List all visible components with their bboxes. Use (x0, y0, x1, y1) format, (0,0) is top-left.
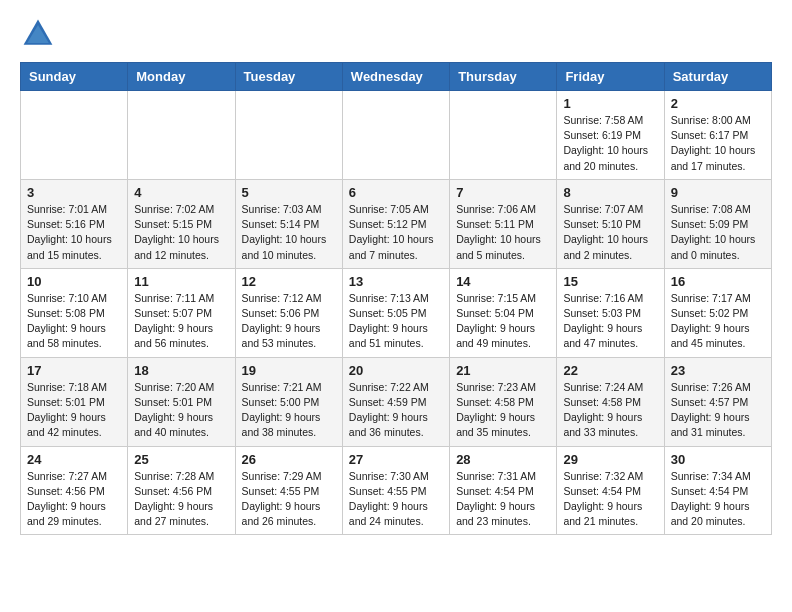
day-info: Sunrise: 7:11 AM Sunset: 5:07 PM Dayligh… (134, 291, 228, 352)
day-number: 27 (349, 452, 443, 467)
calendar-cell: 16Sunrise: 7:17 AM Sunset: 5:02 PM Dayli… (664, 268, 771, 357)
day-number: 28 (456, 452, 550, 467)
calendar-cell: 21Sunrise: 7:23 AM Sunset: 4:58 PM Dayli… (450, 357, 557, 446)
logo (20, 16, 60, 52)
day-number: 20 (349, 363, 443, 378)
calendar-cell: 12Sunrise: 7:12 AM Sunset: 5:06 PM Dayli… (235, 268, 342, 357)
day-number: 8 (563, 185, 657, 200)
day-number: 5 (242, 185, 336, 200)
day-info: Sunrise: 7:10 AM Sunset: 5:08 PM Dayligh… (27, 291, 121, 352)
day-info: Sunrise: 7:08 AM Sunset: 5:09 PM Dayligh… (671, 202, 765, 263)
calendar-cell (342, 91, 449, 180)
day-info: Sunrise: 7:03 AM Sunset: 5:14 PM Dayligh… (242, 202, 336, 263)
weekday-header-thursday: Thursday (450, 63, 557, 91)
header (20, 16, 772, 52)
day-info: Sunrise: 7:31 AM Sunset: 4:54 PM Dayligh… (456, 469, 550, 530)
calendar-cell: 23Sunrise: 7:26 AM Sunset: 4:57 PM Dayli… (664, 357, 771, 446)
calendar-cell: 25Sunrise: 7:28 AM Sunset: 4:56 PM Dayli… (128, 446, 235, 535)
day-info: Sunrise: 7:28 AM Sunset: 4:56 PM Dayligh… (134, 469, 228, 530)
day-info: Sunrise: 7:32 AM Sunset: 4:54 PM Dayligh… (563, 469, 657, 530)
day-info: Sunrise: 7:24 AM Sunset: 4:58 PM Dayligh… (563, 380, 657, 441)
calendar-cell (21, 91, 128, 180)
day-number: 13 (349, 274, 443, 289)
day-number: 10 (27, 274, 121, 289)
calendar-cell: 15Sunrise: 7:16 AM Sunset: 5:03 PM Dayli… (557, 268, 664, 357)
weekday-header-monday: Monday (128, 63, 235, 91)
day-number: 2 (671, 96, 765, 111)
calendar-week-1: 3Sunrise: 7:01 AM Sunset: 5:16 PM Daylig… (21, 179, 772, 268)
day-number: 12 (242, 274, 336, 289)
day-info: Sunrise: 7:18 AM Sunset: 5:01 PM Dayligh… (27, 380, 121, 441)
day-info: Sunrise: 7:06 AM Sunset: 5:11 PM Dayligh… (456, 202, 550, 263)
calendar-cell: 13Sunrise: 7:13 AM Sunset: 5:05 PM Dayli… (342, 268, 449, 357)
day-number: 24 (27, 452, 121, 467)
calendar-week-3: 17Sunrise: 7:18 AM Sunset: 5:01 PM Dayli… (21, 357, 772, 446)
day-number: 19 (242, 363, 336, 378)
calendar-cell: 28Sunrise: 7:31 AM Sunset: 4:54 PM Dayli… (450, 446, 557, 535)
weekday-header-tuesday: Tuesday (235, 63, 342, 91)
day-info: Sunrise: 8:00 AM Sunset: 6:17 PM Dayligh… (671, 113, 765, 174)
day-number: 6 (349, 185, 443, 200)
calendar-table: SundayMondayTuesdayWednesdayThursdayFrid… (20, 62, 772, 535)
page: SundayMondayTuesdayWednesdayThursdayFrid… (0, 0, 792, 551)
calendar-cell (235, 91, 342, 180)
calendar-cell: 26Sunrise: 7:29 AM Sunset: 4:55 PM Dayli… (235, 446, 342, 535)
day-info: Sunrise: 7:21 AM Sunset: 5:00 PM Dayligh… (242, 380, 336, 441)
calendar-cell: 18Sunrise: 7:20 AM Sunset: 5:01 PM Dayli… (128, 357, 235, 446)
weekday-header-wednesday: Wednesday (342, 63, 449, 91)
day-number: 11 (134, 274, 228, 289)
day-info: Sunrise: 7:22 AM Sunset: 4:59 PM Dayligh… (349, 380, 443, 441)
day-info: Sunrise: 7:13 AM Sunset: 5:05 PM Dayligh… (349, 291, 443, 352)
day-info: Sunrise: 7:15 AM Sunset: 5:04 PM Dayligh… (456, 291, 550, 352)
day-info: Sunrise: 7:12 AM Sunset: 5:06 PM Dayligh… (242, 291, 336, 352)
day-number: 29 (563, 452, 657, 467)
day-number: 4 (134, 185, 228, 200)
day-info: Sunrise: 7:26 AM Sunset: 4:57 PM Dayligh… (671, 380, 765, 441)
day-number: 14 (456, 274, 550, 289)
calendar-week-2: 10Sunrise: 7:10 AM Sunset: 5:08 PM Dayli… (21, 268, 772, 357)
day-info: Sunrise: 7:20 AM Sunset: 5:01 PM Dayligh… (134, 380, 228, 441)
day-number: 25 (134, 452, 228, 467)
calendar-cell: 6Sunrise: 7:05 AM Sunset: 5:12 PM Daylig… (342, 179, 449, 268)
calendar-cell: 10Sunrise: 7:10 AM Sunset: 5:08 PM Dayli… (21, 268, 128, 357)
day-number: 15 (563, 274, 657, 289)
day-info: Sunrise: 7:01 AM Sunset: 5:16 PM Dayligh… (27, 202, 121, 263)
day-number: 16 (671, 274, 765, 289)
calendar-cell: 20Sunrise: 7:22 AM Sunset: 4:59 PM Dayli… (342, 357, 449, 446)
calendar-cell: 9Sunrise: 7:08 AM Sunset: 5:09 PM Daylig… (664, 179, 771, 268)
day-number: 9 (671, 185, 765, 200)
day-info: Sunrise: 7:58 AM Sunset: 6:19 PM Dayligh… (563, 113, 657, 174)
day-info: Sunrise: 7:29 AM Sunset: 4:55 PM Dayligh… (242, 469, 336, 530)
calendar-cell: 3Sunrise: 7:01 AM Sunset: 5:16 PM Daylig… (21, 179, 128, 268)
calendar-cell: 11Sunrise: 7:11 AM Sunset: 5:07 PM Dayli… (128, 268, 235, 357)
calendar-cell: 2Sunrise: 8:00 AM Sunset: 6:17 PM Daylig… (664, 91, 771, 180)
day-info: Sunrise: 7:02 AM Sunset: 5:15 PM Dayligh… (134, 202, 228, 263)
calendar-cell: 14Sunrise: 7:15 AM Sunset: 5:04 PM Dayli… (450, 268, 557, 357)
day-info: Sunrise: 7:34 AM Sunset: 4:54 PM Dayligh… (671, 469, 765, 530)
calendar-cell (128, 91, 235, 180)
day-number: 7 (456, 185, 550, 200)
day-info: Sunrise: 7:23 AM Sunset: 4:58 PM Dayligh… (456, 380, 550, 441)
day-number: 22 (563, 363, 657, 378)
day-info: Sunrise: 7:17 AM Sunset: 5:02 PM Dayligh… (671, 291, 765, 352)
calendar-cell: 5Sunrise: 7:03 AM Sunset: 5:14 PM Daylig… (235, 179, 342, 268)
calendar-cell: 30Sunrise: 7:34 AM Sunset: 4:54 PM Dayli… (664, 446, 771, 535)
logo-icon (20, 16, 56, 52)
weekday-header-saturday: Saturday (664, 63, 771, 91)
day-number: 17 (27, 363, 121, 378)
calendar-cell: 27Sunrise: 7:30 AM Sunset: 4:55 PM Dayli… (342, 446, 449, 535)
calendar-cell: 4Sunrise: 7:02 AM Sunset: 5:15 PM Daylig… (128, 179, 235, 268)
day-number: 18 (134, 363, 228, 378)
day-number: 1 (563, 96, 657, 111)
weekday-header-sunday: Sunday (21, 63, 128, 91)
day-number: 30 (671, 452, 765, 467)
calendar-week-0: 1Sunrise: 7:58 AM Sunset: 6:19 PM Daylig… (21, 91, 772, 180)
day-info: Sunrise: 7:16 AM Sunset: 5:03 PM Dayligh… (563, 291, 657, 352)
day-info: Sunrise: 7:07 AM Sunset: 5:10 PM Dayligh… (563, 202, 657, 263)
day-info: Sunrise: 7:27 AM Sunset: 4:56 PM Dayligh… (27, 469, 121, 530)
calendar-cell: 7Sunrise: 7:06 AM Sunset: 5:11 PM Daylig… (450, 179, 557, 268)
weekday-header-friday: Friday (557, 63, 664, 91)
day-number: 21 (456, 363, 550, 378)
calendar-cell: 17Sunrise: 7:18 AM Sunset: 5:01 PM Dayli… (21, 357, 128, 446)
calendar-cell: 8Sunrise: 7:07 AM Sunset: 5:10 PM Daylig… (557, 179, 664, 268)
